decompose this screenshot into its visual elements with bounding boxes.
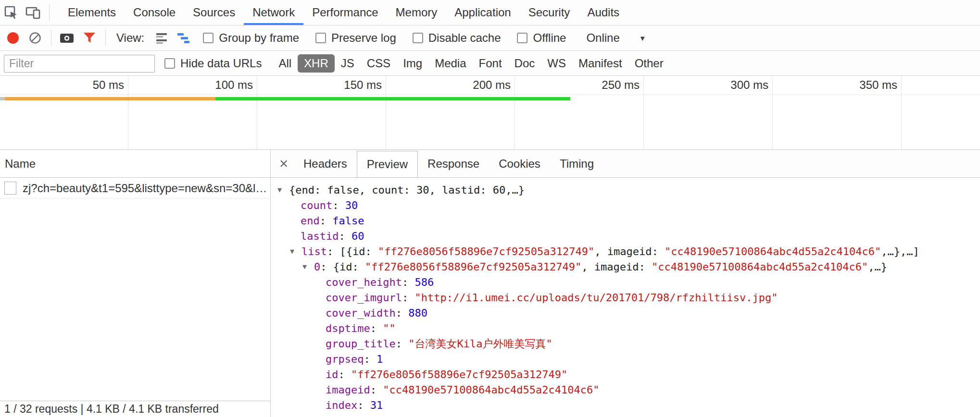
tab-elements[interactable]: Elements (59, 0, 125, 25)
json-key: cover_width (326, 307, 396, 319)
waterfall-icon (177, 31, 191, 45)
detail-tab-response[interactable]: Response (418, 150, 489, 178)
json-tree-line: index: 31 (271, 398, 980, 413)
tab-application[interactable]: Application (446, 0, 519, 25)
json-text: : (332, 199, 345, 211)
json-string: "ff276e8056f58896e7cf92505a312749" (365, 261, 581, 273)
json-text: : (396, 307, 409, 319)
detail-tab-headers[interactable]: Headers (294, 150, 357, 178)
json-tree-line: lastid: 60 (271, 229, 980, 244)
device-toolbar-button[interactable] (22, 0, 44, 25)
json-key: dsptime (326, 322, 370, 334)
checkbox-disable-cache-box[interactable] (413, 33, 423, 43)
large-request-rows-button[interactable] (151, 25, 173, 50)
filter-pill-other[interactable]: Other (628, 54, 670, 73)
tab-security[interactable]: Security (520, 0, 579, 25)
json-text: ,…} (868, 261, 887, 273)
json-tree-line: imageid: "cc48190e57100864abc4d55a2c4104… (271, 382, 980, 398)
request-rows: zj?ch=beauty&t1=595&listtype=new&sn=30&l… (0, 178, 270, 199)
filter-pill-font[interactable]: Font (473, 54, 508, 73)
checkbox-preserve-log-box[interactable] (315, 33, 326, 43)
toolbar-checkboxes: Group by framePreserve logDisable cacheO… (203, 31, 582, 45)
json-key: index (326, 399, 357, 411)
json-key: group_title (326, 338, 396, 350)
checkbox-offline-box[interactable] (517, 33, 528, 43)
tab-audits[interactable]: Audits (578, 0, 628, 25)
checkbox-disable-cache-label: Disable cache (428, 31, 501, 45)
json-text: ,…},…] (881, 245, 919, 258)
filter-pill-manifest[interactable]: Manifest (572, 54, 628, 73)
filter-pill-img[interactable]: Img (397, 54, 428, 73)
json-key: cover_imgurl (326, 292, 402, 304)
checkbox-group-by-frame-box[interactable] (203, 33, 214, 43)
json-text: , imageid: (581, 261, 652, 273)
device-toolbar-icon (25, 5, 41, 20)
view-label: View: (116, 31, 144, 45)
toolbar-checkbox-group-by-frame[interactable]: Group by frame (203, 31, 299, 45)
filter-pill-xhr[interactable]: XHR (298, 54, 335, 73)
json-tree-line: group_title: "台湾美女Kila户外唯美写真" (271, 336, 980, 352)
filter-pill-ws[interactable]: WS (541, 54, 572, 73)
overview-bar-orange (5, 97, 215, 100)
toolbar-checkbox-disable-cache[interactable]: Disable cache (413, 31, 501, 45)
screenshot-button[interactable] (56, 25, 78, 50)
timeline-tick-label: 150 ms (305, 76, 382, 94)
json-tree-line: grpseq: 1 (271, 352, 980, 367)
record-icon (7, 32, 19, 44)
clear-button[interactable] (24, 25, 46, 50)
tree-expand-icon[interactable]: ▼ (290, 244, 302, 259)
filter-pill-js[interactable]: JS (335, 54, 361, 73)
request-row[interactable]: zj?ch=beauty&t1=595&listtype=new&sn=30&l… (0, 178, 270, 199)
json-tree-line: id: "ff276e8056f58896e7cf92505a312749" (271, 367, 980, 382)
checkbox-offline-label: Offline (533, 31, 566, 45)
throttling-select[interactable]: Online (586, 31, 619, 45)
timeline-gridline (643, 76, 644, 149)
filter-pill-css[interactable]: CSS (361, 54, 397, 73)
detail-tabs-list: HeadersPreviewResponseCookiesTiming (294, 150, 603, 177)
hide-data-urls-box[interactable] (164, 58, 175, 69)
json-text: : (370, 322, 383, 334)
tab-performance[interactable]: Performance (303, 0, 387, 25)
tick-strip-border (0, 95, 980, 95)
json-tree-line: end: false (271, 213, 980, 229)
record-button[interactable] (2, 25, 24, 50)
hide-data-urls-checkbox[interactable]: Hide data URLs (164, 57, 262, 70)
tab-sources[interactable]: Sources (184, 0, 244, 25)
tab-network[interactable]: Network (244, 0, 303, 25)
filter-pill-media[interactable]: Media (428, 54, 472, 73)
timeline-gridline (257, 76, 257, 149)
devtools-tabbar: ElementsConsoleSourcesNetworkPerformance… (0, 0, 980, 25)
json-tree-line: cover_width: 880 (271, 306, 980, 321)
filter-pill-all[interactable]: All (272, 54, 298, 73)
overview[interactable]: 50 ms100 ms150 ms200 ms250 ms300 ms350 m… (0, 76, 980, 150)
json-string: "http://i1.umei.cc/uploads/tu/201701/798… (415, 292, 778, 304)
detail-tab-preview[interactable]: Preview (357, 151, 418, 178)
inspect-element-button[interactable] (0, 0, 22, 25)
toolbar-checkbox-offline[interactable]: Offline (517, 31, 566, 45)
detail-tab-cookies[interactable]: Cookies (489, 150, 550, 178)
network-toolbar: View: Group by framePreserve logDisable … (0, 25, 980, 51)
filter-input[interactable] (4, 55, 155, 73)
tree-expand-icon[interactable]: ▼ (277, 182, 289, 197)
name-column-header[interactable]: Name (0, 150, 270, 178)
timeline-gridline (772, 76, 773, 149)
json-string: "ff276e8056f58896e7cf92505a312749" (378, 245, 594, 258)
toolbar-checkbox-preserve-log[interactable]: Preserve log (315, 31, 396, 45)
status-bar: 1 / 32 requests | 4.1 KB / 4.1 KB transf… (0, 401, 270, 417)
json-key: cover_height (326, 276, 402, 288)
timeline-gridline (128, 76, 128, 149)
filter-button[interactable] (78, 25, 101, 50)
filter-pill-doc[interactable]: Doc (508, 54, 541, 73)
close-icon[interactable]: × (274, 150, 294, 178)
tree-expand-icon[interactable]: ▼ (302, 259, 314, 274)
show-overview-button[interactable] (173, 25, 195, 50)
json-text: : (339, 230, 352, 242)
dropdown-arrow-icon[interactable]: ▼ (639, 34, 646, 42)
json-tree-line: ▼{end: false, count: 30, lastid: 60,…} (271, 183, 980, 198)
tab-memory[interactable]: Memory (387, 0, 446, 25)
detail-tab-timing[interactable]: Timing (550, 150, 603, 178)
json-text: : (402, 292, 415, 304)
json-number: 880 (408, 307, 427, 319)
detail-tabs: × HeadersPreviewResponseCookiesTiming (271, 150, 980, 178)
tab-console[interactable]: Console (125, 0, 184, 25)
